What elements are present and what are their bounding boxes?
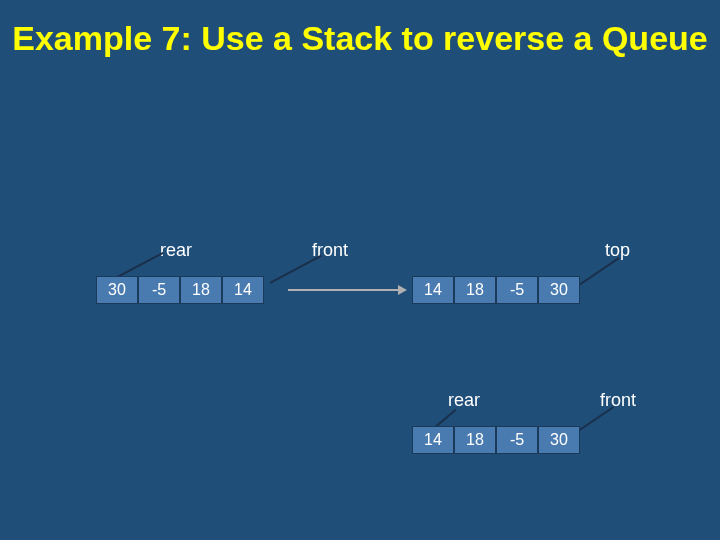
cell: 30 xyxy=(538,276,580,304)
cell: -5 xyxy=(496,426,538,454)
cell: 14 xyxy=(222,276,264,304)
cell: 14 xyxy=(412,276,454,304)
pointer-front-1 xyxy=(270,255,322,284)
cell: 30 xyxy=(538,426,580,454)
slide-title: Example 7: Use a Stack to reverse a Queu… xyxy=(0,0,720,59)
label-rear-2: rear xyxy=(448,390,480,411)
cell: -5 xyxy=(496,276,538,304)
arrow-1 xyxy=(288,289,400,291)
queue-2: 14 18 -5 30 xyxy=(412,426,580,454)
pointer-top xyxy=(576,257,620,287)
stack: 14 18 -5 30 xyxy=(412,276,580,304)
cell: 18 xyxy=(180,276,222,304)
arrow-1-head xyxy=(398,285,407,295)
cell: 18 xyxy=(454,276,496,304)
cell: 14 xyxy=(412,426,454,454)
label-rear-1: rear xyxy=(160,240,192,261)
cell: 30 xyxy=(96,276,138,304)
cell: -5 xyxy=(138,276,180,304)
label-front-2: front xyxy=(600,390,636,411)
cell: 18 xyxy=(454,426,496,454)
queue-1: 30 -5 18 14 xyxy=(96,276,264,304)
